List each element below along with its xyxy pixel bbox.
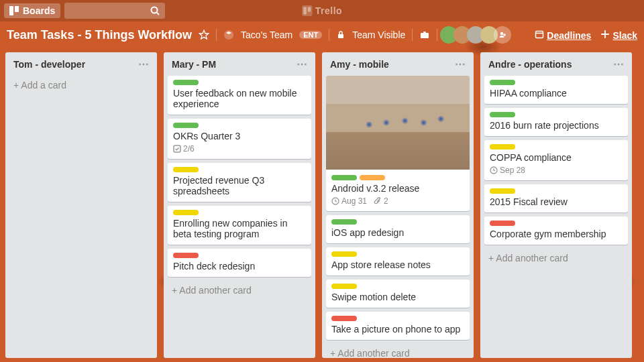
boards-label: Boards — [23, 5, 55, 16]
card[interactable]: User feedback on new mobile experience — [168, 76, 311, 115]
add-card-button[interactable]: + Add another card — [326, 344, 470, 358]
boards-button[interactable]: Boards — [4, 3, 60, 18]
label-green[interactable] — [331, 175, 357, 180]
checklist-badge: 2/6 — [173, 144, 195, 154]
member-avatars[interactable] — [444, 26, 511, 44]
card-labels — [331, 284, 464, 289]
label-green[interactable] — [490, 112, 515, 117]
list-menu-button[interactable]: ⋯ — [455, 58, 466, 70]
team-icon — [223, 29, 234, 40]
svg-rect-0 — [9, 6, 13, 15]
plus-icon: + — [13, 80, 21, 90]
svg-rect-11 — [423, 32, 426, 33]
list: Andre - operations⋯HIPAA compliance2016 … — [480, 52, 632, 358]
list-title[interactable]: Andre - operations — [488, 59, 572, 70]
visibility-label[interactable]: Team Visible — [352, 29, 405, 40]
svg-rect-19 — [174, 145, 180, 152]
svg-rect-18 — [601, 34, 609, 35]
label-yellow[interactable] — [173, 210, 199, 215]
list-title[interactable]: Mary - PM — [172, 59, 216, 70]
list-menu-button[interactable]: ⋯ — [138, 58, 149, 70]
card-labels — [173, 210, 306, 215]
card-labels — [173, 80, 306, 85]
svg-rect-9 — [338, 34, 343, 38]
add-card-button[interactable]: + Add another card — [168, 281, 311, 300]
card-labels — [490, 144, 623, 149]
card[interactable]: Projected revenue Q3 spreadsheets — [168, 163, 311, 202]
briefcase-icon[interactable] — [419, 29, 430, 40]
add-member-button[interactable] — [494, 26, 511, 44]
add-card-button[interactable]: + Add another card — [484, 249, 628, 267]
card[interactable]: Pitch deck redesign — [168, 249, 311, 277]
card-title: Corporate gym membership — [490, 229, 623, 239]
card[interactable]: HIPAA compliance — [484, 76, 628, 104]
deadlines-link[interactable]: Deadlines — [535, 29, 591, 41]
list-header: Tom - developer⋯ — [9, 56, 153, 72]
star-icon[interactable] — [199, 29, 209, 40]
list-header: Andre - operations⋯ — [484, 56, 628, 72]
label-yellow[interactable] — [490, 144, 515, 149]
card[interactable]: 2016 burn rate projections — [484, 108, 628, 136]
svg-rect-15 — [536, 31, 543, 38]
card[interactable]: App store release notes — [326, 247, 470, 276]
team-name[interactable]: Taco's Team — [241, 29, 292, 40]
card-title: Android v.3.2 release — [331, 183, 464, 194]
brand-logo[interactable]: Trello — [302, 5, 342, 16]
card-title: iOS app redesign — [331, 227, 464, 238]
card[interactable]: iOS app redesign — [326, 215, 470, 243]
label-yellow[interactable] — [331, 251, 357, 257]
list-menu-button[interactable]: ⋯ — [613, 58, 624, 70]
card[interactable]: Android v.3.2 releaseAug 312 — [326, 76, 470, 211]
card[interactable]: Swipe motion delete — [326, 280, 470, 308]
board-canvas[interactable]: Tom - developer⋯+ Add a cardMary - PM⋯Us… — [0, 48, 644, 362]
list-header: Amy - mobile⋯ — [326, 56, 470, 72]
card[interactable]: Corporate gym membership — [484, 217, 628, 245]
label-red[interactable] — [173, 253, 199, 258]
card[interactable]: Enrolling new companies in beta testing … — [168, 206, 311, 245]
card-labels — [490, 188, 623, 194]
label-green[interactable] — [490, 80, 515, 85]
card-labels — [331, 316, 464, 321]
card-title: COPPA compliance — [490, 152, 623, 163]
card-labels — [173, 167, 306, 172]
label-green[interactable] — [173, 123, 199, 128]
label-yellow[interactable] — [331, 284, 357, 289]
list-title[interactable]: Tom - developer — [13, 59, 85, 70]
card-labels — [173, 253, 306, 258]
card-title: Enrolling new companies in beta testing … — [173, 218, 306, 239]
add-card-button[interactable]: + Add a card — [9, 76, 153, 95]
card-labels — [331, 251, 464, 257]
card[interactable]: Take a picture on phone to app — [326, 312, 470, 340]
label-yellow[interactable] — [490, 188, 515, 194]
svg-rect-4 — [302, 5, 313, 16]
card[interactable]: OKRs Quarter 32/6 — [168, 119, 311, 159]
card-title: HIPAA compliance — [490, 88, 623, 99]
label-green[interactable] — [331, 219, 357, 225]
card-badges: 2/6 — [173, 144, 306, 154]
card-badges: Aug 312 — [331, 196, 464, 206]
svg-rect-1 — [15, 6, 19, 12]
board-title[interactable]: Team Tasks - 5 Things Workflow — [7, 28, 192, 42]
list-title[interactable]: Amy - mobile — [330, 59, 389, 70]
card-title: OKRs Quarter 3 — [173, 131, 306, 141]
attachment-badge: 2 — [374, 196, 388, 206]
search-input[interactable] — [64, 3, 165, 19]
slack-link[interactable]: Slack — [600, 29, 637, 41]
label-yellow[interactable] — [173, 167, 199, 172]
list-menu-button[interactable]: ⋯ — [297, 58, 307, 70]
card-labels — [331, 219, 464, 225]
label-red[interactable] — [331, 316, 357, 321]
label-red[interactable] — [490, 221, 515, 226]
card[interactable]: COPPA complianceSep 28 — [484, 140, 628, 180]
card-cover-image — [326, 76, 470, 170]
plus-icon: + — [330, 348, 337, 358]
plus-icon: + — [488, 253, 496, 263]
svg-point-2 — [152, 7, 158, 13]
card[interactable]: 2015 Fiscal review — [484, 184, 628, 213]
svg-line-3 — [157, 13, 159, 15]
label-orange[interactable] — [360, 175, 385, 180]
label-green[interactable] — [173, 80, 199, 85]
card-labels — [490, 112, 623, 117]
slack-icon — [600, 29, 610, 39]
due-badge: Aug 31 — [331, 196, 367, 206]
